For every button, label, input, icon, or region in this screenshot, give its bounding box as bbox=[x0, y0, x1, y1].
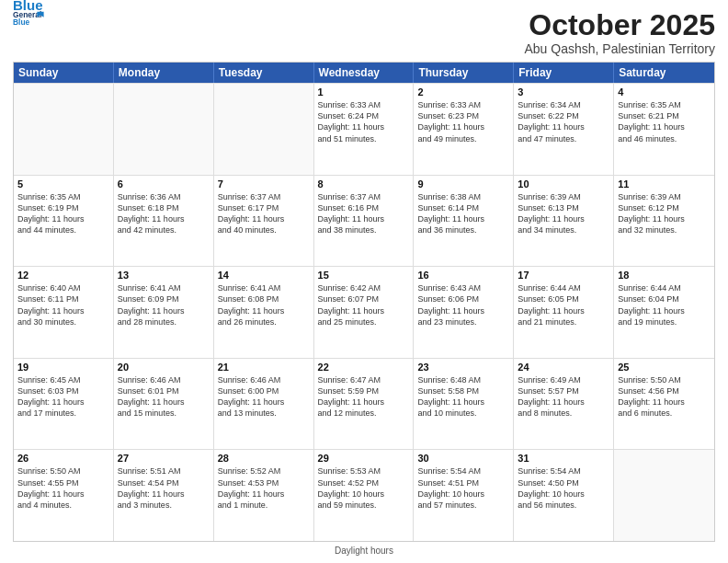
calendar-cell-day-28: 28Sunrise: 5:52 AM Sunset: 4:53 PM Dayli… bbox=[214, 450, 314, 541]
calendar-cell-day-6: 6Sunrise: 6:36 AM Sunset: 6:18 PM Daylig… bbox=[114, 176, 214, 267]
day-number: 29 bbox=[318, 453, 410, 464]
calendar-cell-day-26: 26Sunrise: 5:50 AM Sunset: 4:55 PM Dayli… bbox=[14, 450, 114, 541]
cell-info: Sunrise: 6:42 AM Sunset: 6:07 PM Dayligh… bbox=[318, 282, 410, 327]
calendar-cell-empty-0-1 bbox=[114, 84, 214, 175]
calendar-cell-day-27: 27Sunrise: 5:51 AM Sunset: 4:54 PM Dayli… bbox=[114, 450, 214, 541]
cell-info: Sunrise: 6:41 AM Sunset: 6:09 PM Dayligh… bbox=[118, 282, 210, 327]
calendar-cell-day-30: 30Sunrise: 5:54 AM Sunset: 4:51 PM Dayli… bbox=[414, 450, 514, 541]
day-number: 7 bbox=[218, 178, 310, 190]
cell-info: Sunrise: 5:50 AM Sunset: 4:56 PM Dayligh… bbox=[618, 374, 711, 419]
calendar-cell-empty-4-6 bbox=[614, 450, 714, 541]
header-day-wednesday: Wednesday bbox=[314, 63, 415, 83]
cell-info: Sunrise: 6:46 AM Sunset: 6:00 PM Dayligh… bbox=[218, 374, 310, 419]
day-number: 4 bbox=[618, 86, 711, 98]
day-number: 17 bbox=[518, 270, 609, 281]
day-number: 16 bbox=[417, 270, 509, 281]
calendar-row-1: 5Sunrise: 6:35 AM Sunset: 6:19 PM Daylig… bbox=[14, 175, 714, 267]
day-number: 26 bbox=[17, 453, 109, 464]
logo: General Blue General Blue bbox=[13, 9, 86, 13]
day-number: 21 bbox=[218, 362, 310, 373]
day-number: 1 bbox=[318, 86, 410, 98]
day-number: 23 bbox=[417, 362, 509, 373]
cell-info: Sunrise: 5:51 AM Sunset: 4:54 PM Dayligh… bbox=[118, 465, 210, 511]
calendar-row-0: 1Sunrise: 6:33 AM Sunset: 6:24 PM Daylig… bbox=[14, 83, 714, 175]
header-day-sunday: Sunday bbox=[14, 63, 114, 83]
day-number: 9 bbox=[417, 178, 509, 190]
day-number: 13 bbox=[118, 270, 210, 281]
cell-info: Sunrise: 6:49 AM Sunset: 5:57 PM Dayligh… bbox=[518, 374, 609, 419]
calendar-row-2: 12Sunrise: 6:40 AM Sunset: 6:11 PM Dayli… bbox=[14, 266, 714, 358]
calendar-cell-day-8: 8Sunrise: 6:37 AM Sunset: 6:16 PM Daylig… bbox=[314, 176, 415, 267]
day-number: 18 bbox=[618, 270, 711, 281]
day-number: 3 bbox=[518, 86, 609, 98]
location: Abu Qashsh, Palestinian Territory bbox=[524, 41, 715, 56]
cell-info: Sunrise: 5:53 AM Sunset: 4:52 PM Dayligh… bbox=[318, 465, 410, 511]
cell-info: Sunrise: 6:39 AM Sunset: 6:13 PM Dayligh… bbox=[518, 191, 609, 236]
calendar-cell-day-9: 9Sunrise: 6:38 AM Sunset: 6:14 PM Daylig… bbox=[414, 176, 514, 267]
day-number: 10 bbox=[518, 178, 609, 190]
page: General Blue General Blue October 2025 A… bbox=[0, 0, 728, 563]
calendar-cell-day-3: 3Sunrise: 6:34 AM Sunset: 6:22 PM Daylig… bbox=[514, 84, 614, 175]
day-number: 22 bbox=[318, 362, 410, 373]
cell-info: Sunrise: 6:41 AM Sunset: 6:08 PM Dayligh… bbox=[218, 282, 310, 327]
cell-info: Sunrise: 6:45 AM Sunset: 6:03 PM Dayligh… bbox=[17, 374, 109, 419]
calendar-cell-day-17: 17Sunrise: 6:44 AM Sunset: 6:05 PM Dayli… bbox=[514, 267, 614, 358]
calendar-cell-day-18: 18Sunrise: 6:44 AM Sunset: 6:04 PM Dayli… bbox=[614, 267, 714, 358]
calendar-cell-day-21: 21Sunrise: 6:46 AM Sunset: 6:00 PM Dayli… bbox=[214, 359, 314, 450]
calendar-cell-day-12: 12Sunrise: 6:40 AM Sunset: 6:11 PM Dayli… bbox=[14, 267, 114, 358]
header-day-friday: Friday bbox=[514, 63, 614, 83]
calendar-cell-day-19: 19Sunrise: 6:45 AM Sunset: 6:03 PM Dayli… bbox=[14, 359, 114, 450]
header-day-saturday: Saturday bbox=[614, 63, 714, 83]
header-day-tuesday: Tuesday bbox=[214, 63, 314, 83]
header: General Blue General Blue October 2025 A… bbox=[13, 9, 715, 56]
day-number: 25 bbox=[618, 362, 711, 373]
logo-triangle-icon bbox=[66, 0, 86, 3]
calendar-cell-day-20: 20Sunrise: 6:46 AM Sunset: 6:01 PM Dayli… bbox=[114, 359, 214, 450]
day-number: 14 bbox=[218, 270, 310, 281]
day-number: 31 bbox=[518, 453, 609, 464]
calendar-cell-day-11: 11Sunrise: 6:39 AM Sunset: 6:12 PM Dayli… bbox=[614, 176, 714, 267]
day-number: 5 bbox=[17, 178, 109, 190]
day-number: 24 bbox=[518, 362, 609, 373]
header-day-thursday: Thursday bbox=[414, 63, 514, 83]
cell-info: Sunrise: 6:46 AM Sunset: 6:01 PM Dayligh… bbox=[118, 374, 210, 419]
day-number: 20 bbox=[118, 362, 210, 373]
day-number: 15 bbox=[318, 270, 410, 281]
cell-info: Sunrise: 6:40 AM Sunset: 6:11 PM Dayligh… bbox=[17, 282, 109, 327]
calendar-header: SundayMondayTuesdayWednesdayThursdayFrid… bbox=[14, 63, 714, 83]
cell-info: Sunrise: 6:38 AM Sunset: 6:14 PM Dayligh… bbox=[417, 191, 509, 236]
day-number: 8 bbox=[318, 178, 410, 190]
cell-info: Sunrise: 6:35 AM Sunset: 6:19 PM Dayligh… bbox=[17, 191, 109, 236]
day-number: 19 bbox=[17, 362, 109, 373]
cell-info: Sunrise: 5:50 AM Sunset: 4:55 PM Dayligh… bbox=[17, 465, 109, 511]
cell-info: Sunrise: 6:33 AM Sunset: 6:24 PM Dayligh… bbox=[318, 99, 410, 144]
calendar-cell-empty-0-0 bbox=[14, 84, 114, 175]
calendar-cell-day-5: 5Sunrise: 6:35 AM Sunset: 6:19 PM Daylig… bbox=[14, 176, 114, 267]
cell-info: Sunrise: 6:37 AM Sunset: 6:16 PM Dayligh… bbox=[318, 191, 410, 236]
day-number: 27 bbox=[118, 453, 210, 464]
calendar-cell-day-16: 16Sunrise: 6:43 AM Sunset: 6:06 PM Dayli… bbox=[414, 267, 514, 358]
day-number: 11 bbox=[618, 178, 711, 190]
cell-info: Sunrise: 6:35 AM Sunset: 6:21 PM Dayligh… bbox=[618, 99, 711, 144]
calendar-cell-day-10: 10Sunrise: 6:39 AM Sunset: 6:13 PM Dayli… bbox=[514, 176, 614, 267]
day-number: 28 bbox=[218, 453, 310, 464]
cell-info: Sunrise: 5:54 AM Sunset: 4:51 PM Dayligh… bbox=[417, 465, 509, 511]
calendar-cell-empty-0-2 bbox=[214, 84, 314, 175]
calendar-row-3: 19Sunrise: 6:45 AM Sunset: 6:03 PM Dayli… bbox=[14, 358, 714, 450]
calendar-cell-day-13: 13Sunrise: 6:41 AM Sunset: 6:09 PM Dayli… bbox=[114, 267, 214, 358]
cell-info: Sunrise: 6:33 AM Sunset: 6:23 PM Dayligh… bbox=[417, 99, 509, 144]
cell-info: Sunrise: 6:44 AM Sunset: 6:05 PM Dayligh… bbox=[518, 282, 609, 327]
day-number: 2 bbox=[417, 86, 509, 98]
calendar-cell-day-15: 15Sunrise: 6:42 AM Sunset: 6:07 PM Dayli… bbox=[314, 267, 415, 358]
svg-text:Blue: Blue bbox=[13, 17, 30, 27]
calendar-cell-day-24: 24Sunrise: 6:49 AM Sunset: 5:57 PM Dayli… bbox=[514, 359, 614, 450]
calendar-cell-day-14: 14Sunrise: 6:41 AM Sunset: 6:08 PM Dayli… bbox=[214, 267, 314, 358]
month-title: October 2025 bbox=[524, 9, 715, 41]
calendar-cell-day-1: 1Sunrise: 6:33 AM Sunset: 6:24 PM Daylig… bbox=[314, 84, 415, 175]
calendar-row-4: 26Sunrise: 5:50 AM Sunset: 4:55 PM Dayli… bbox=[14, 449, 714, 541]
cell-info: Sunrise: 6:34 AM Sunset: 6:22 PM Dayligh… bbox=[518, 99, 609, 144]
footer-note: Daylight hours bbox=[13, 546, 715, 556]
cell-info: Sunrise: 6:44 AM Sunset: 6:04 PM Dayligh… bbox=[618, 282, 711, 327]
day-number: 30 bbox=[417, 453, 509, 464]
calendar: SundayMondayTuesdayWednesdayThursdayFrid… bbox=[13, 62, 715, 542]
